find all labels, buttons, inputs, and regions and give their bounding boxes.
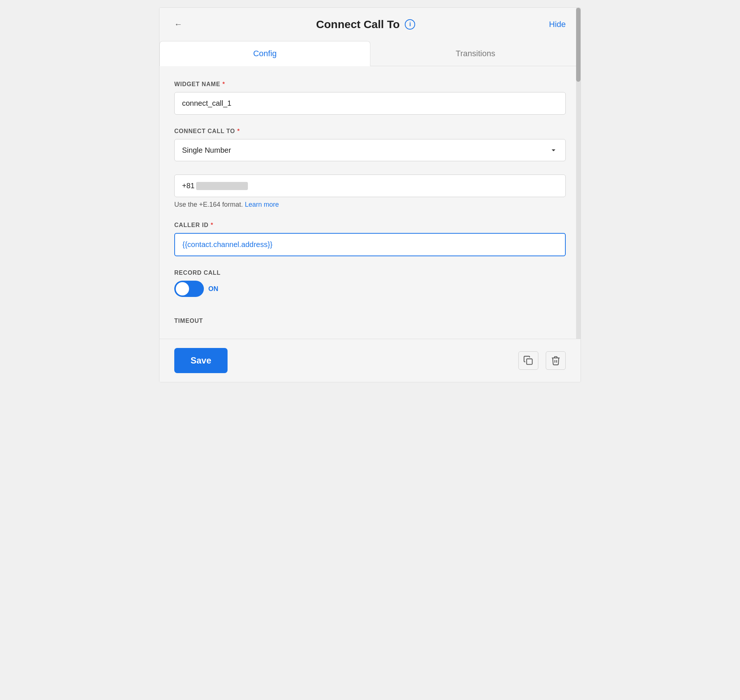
toggle-row: ON (174, 281, 566, 297)
main-panel: ← Connect Call To i Hide Config Transiti… (159, 7, 581, 382)
tab-transitions[interactable]: Transitions (370, 41, 581, 66)
toggle-state-label: ON (208, 285, 218, 293)
phone-hint: Use the +E.164 format. Learn more (174, 201, 566, 209)
widget-name-group: WIDGET NAME * (174, 81, 566, 115)
toggle-track (174, 281, 204, 297)
back-button[interactable]: ← (174, 20, 183, 29)
record-call-label: RECORD CALL (174, 269, 566, 276)
record-call-toggle[interactable] (174, 281, 204, 297)
scrollbar-thumb[interactable] (576, 8, 581, 82)
phone-number-blurred (196, 182, 248, 190)
footer-icons (518, 351, 566, 370)
save-button[interactable]: Save (174, 348, 227, 373)
phone-input-wrapper: +81 (174, 175, 566, 197)
delete-button[interactable] (546, 351, 566, 370)
widget-name-input[interactable] (174, 92, 566, 115)
caller-id-group: CALLER ID * (174, 222, 566, 256)
content-area: WIDGET NAME * CONNECT CALL TO * Single N… (159, 66, 581, 382)
caller-id-label: CALLER ID * (174, 222, 566, 228)
info-icon[interactable]: i (405, 19, 415, 29)
record-call-group: RECORD CALL ON (174, 269, 566, 297)
page-title: Connect Call To (316, 18, 399, 31)
phone-number-group: +81 Use the +E.164 format. Learn more (174, 175, 566, 209)
tab-config[interactable]: Config (159, 41, 370, 66)
header-center: Connect Call To i (316, 18, 415, 31)
scrollbar[interactable] (576, 8, 581, 382)
caller-id-input[interactable] (174, 233, 566, 256)
hide-button[interactable]: Hide (549, 20, 566, 29)
tabs-bar: Config Transitions (159, 41, 581, 66)
widget-name-required: * (223, 81, 225, 88)
connect-call-to-select[interactable]: Single Number Multiple Numbers SIP Endpo… (174, 139, 566, 161)
learn-more-link[interactable]: Learn more (245, 201, 279, 208)
phone-prefix: +81 (182, 182, 195, 190)
timeout-group: TIMEOUT (174, 310, 566, 324)
footer: Save (159, 339, 581, 382)
copy-button[interactable] (518, 351, 538, 370)
timeout-label: TIMEOUT (174, 310, 566, 324)
svg-rect-0 (526, 359, 532, 364)
connect-call-to-label: CONNECT CALL TO * (174, 128, 566, 135)
header: ← Connect Call To i Hide (159, 8, 581, 41)
connect-call-to-required: * (237, 128, 240, 135)
connect-call-to-group: CONNECT CALL TO * Single Number Multiple… (174, 128, 566, 161)
toggle-thumb (176, 282, 189, 296)
caller-id-required: * (211, 222, 214, 228)
widget-name-label: WIDGET NAME * (174, 81, 566, 88)
